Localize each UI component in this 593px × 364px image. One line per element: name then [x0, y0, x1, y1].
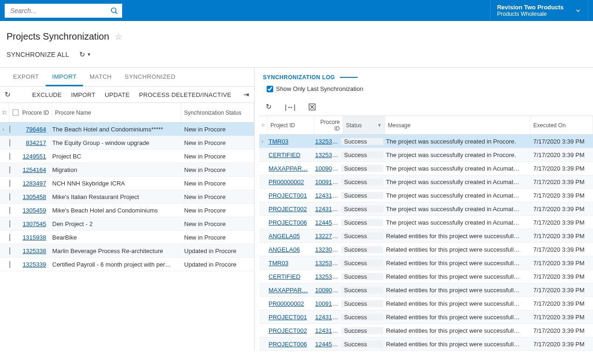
log-row[interactable]: PR000000021009119SuccessRelated entities…	[259, 297, 593, 310]
procore-id-link[interactable]: 1325338	[315, 260, 339, 267]
tab-import[interactable]: IMPORT	[46, 68, 83, 86]
show-only-last-checkbox[interactable]	[267, 86, 273, 92]
log-row[interactable]: CERTIFIED1325339SuccessRelated entities …	[259, 270, 593, 283]
log-row[interactable]: ANGELA051322754SuccessRelated entities f…	[259, 229, 593, 243]
search-button[interactable]	[109, 6, 119, 16]
col-procore-name[interactable]: Procore Name	[52, 103, 181, 122]
log-row[interactable]: ›TMR031325338SuccessThe project was succ…	[259, 135, 593, 148]
import-button[interactable]: IMPORT	[71, 91, 96, 98]
table-row[interactable]: 1307545Den Project - 2New in Procore	[0, 217, 254, 231]
procore-id-link[interactable]: 1009088	[315, 287, 339, 294]
procore-id-link[interactable]: 1249551	[22, 153, 46, 160]
favorite-button[interactable]: ☆	[115, 32, 122, 42]
col-project-id[interactable]: Project ID	[268, 116, 314, 134]
log-row[interactable]: MAXAPPAR…1009088SuccessRelated entities …	[259, 283, 593, 297]
procore-id-link[interactable]: 1325339	[22, 261, 46, 268]
fit-columns-button[interactable]: |↔|	[285, 103, 296, 111]
col-message[interactable]: Message	[385, 116, 531, 134]
process-deleted-button[interactable]: PROCESS DELETED/INACTIVE	[139, 91, 231, 98]
history-dropdown[interactable]: ↻ ▼	[79, 50, 91, 59]
procore-id-link[interactable]: 796464	[26, 126, 46, 133]
table-row[interactable]: 1325339Certified Payroll - 6 month proje…	[0, 258, 254, 271]
procore-id-link[interactable]: 1315938	[22, 234, 46, 241]
project-id-link[interactable]: MAXAPPAR…	[269, 165, 308, 172]
procore-id-link[interactable]: 834217	[26, 139, 46, 146]
table-row[interactable]: 834217The Equity Group - window upgradeN…	[0, 136, 254, 150]
row-checkbox[interactable]	[7, 139, 20, 146]
refresh-log-button[interactable]: ↻	[266, 103, 272, 111]
row-checkbox[interactable]	[7, 166, 20, 173]
row-checkbox[interactable]	[7, 261, 20, 268]
log-row[interactable]: TMR031325338SuccessRelated entities for …	[259, 256, 593, 270]
synchronize-all-button[interactable]: SYNCHRONIZE ALL	[7, 51, 69, 58]
log-row[interactable]: PR000000021009119SuccessThe project was …	[259, 175, 593, 189]
procore-id-link[interactable]: 1322754	[315, 233, 339, 240]
col-log-status[interactable]: Status▼	[343, 116, 385, 134]
table-row[interactable]: 1305459Mike's Beach Hotel and Condominiu…	[0, 204, 254, 217]
project-id-link[interactable]: ANGELA06	[269, 246, 300, 253]
tab-synchronized[interactable]: SYNCHRONIZED	[118, 68, 182, 86]
log-row[interactable]: ANGELA061323040SuccessRelated entities f…	[259, 243, 593, 256]
search-input[interactable]	[5, 4, 122, 18]
procore-id-link[interactable]: 1305458	[22, 193, 46, 200]
refresh-button[interactable]: ↻	[5, 90, 11, 99]
company-selector[interactable]: Revision Two Products Products Wholesale	[490, 0, 588, 21]
procore-id-link[interactable]: 1009088	[315, 165, 339, 172]
procore-id-link[interactable]: 1243174	[315, 314, 339, 321]
project-id-link[interactable]: PROJECT001	[269, 314, 307, 321]
project-id-link[interactable]: PR00000002	[269, 300, 304, 307]
row-checkbox[interactable]	[7, 126, 20, 133]
row-checkbox[interactable]	[7, 180, 20, 187]
project-id-link[interactable]: TMR03	[269, 138, 289, 145]
log-row[interactable]: PROJECT0021243176SuccessThe project was …	[259, 202, 593, 216]
update-button[interactable]: UPDATE	[105, 91, 130, 98]
row-checkbox[interactable]	[7, 193, 20, 200]
procore-id-link[interactable]: 1305459	[22, 207, 46, 214]
table-row[interactable]: 1283497NCH NNH Skybridge ICRANew in Proc…	[0, 177, 254, 190]
table-row[interactable]: 1325338Marlin Beverage Process Re-archit…	[0, 244, 254, 258]
procore-id-link[interactable]: 1325339	[315, 273, 339, 280]
project-id-link[interactable]: TMR03	[269, 260, 289, 267]
table-row[interactable]: ›796464The Beach Hotel and Condominiums*…	[0, 123, 254, 136]
row-checkbox[interactable]	[7, 247, 20, 254]
column-config-button[interactable]	[0, 103, 9, 122]
table-row[interactable]: 1254164MigrationNew in Procore	[0, 163, 254, 177]
row-checkbox[interactable]	[7, 207, 20, 214]
project-id-link[interactable]: PROJECT001	[269, 192, 307, 199]
procore-id-link[interactable]: 1283497	[22, 180, 46, 187]
row-checkbox[interactable]	[7, 220, 20, 227]
col-log-procore-id[interactable]: Procore ID	[314, 116, 343, 134]
procore-id-link[interactable]: 1254164	[22, 166, 46, 173]
log-row[interactable]: PROJECT0011243174SuccessRelated entities…	[259, 310, 593, 324]
exclude-button[interactable]: EXCLUDE	[32, 91, 62, 98]
log-row[interactable]: PROJECT0061244531SuccessThe project was …	[259, 216, 593, 229]
project-id-link[interactable]: PR00000002	[269, 179, 304, 185]
procore-id-link[interactable]: 1325338	[315, 138, 339, 145]
more-arrow-icon[interactable]: ⇥	[243, 90, 249, 99]
select-all-checkbox[interactable]	[9, 103, 22, 122]
col-executed-on[interactable]: Executed On	[531, 116, 593, 134]
log-row[interactable]: PROJECT0061244531SuccessRelated entities…	[259, 337, 593, 351]
col-sync-status[interactable]: Synchronization Status	[181, 103, 254, 122]
project-id-link[interactable]: PROJECT002	[269, 206, 307, 213]
tab-match[interactable]: MATCH	[83, 68, 118, 86]
project-id-link[interactable]: PROJECT006	[269, 341, 307, 348]
col-procore-id[interactable]: Procore ID	[22, 103, 52, 122]
row-checkbox[interactable]	[7, 153, 20, 160]
export-excel-button[interactable]	[309, 103, 316, 110]
expand-icon[interactable]: ›	[259, 139, 266, 144]
log-row[interactable]: PROJECT0021243176SuccessRelated entities…	[259, 324, 593, 337]
project-id-link[interactable]: PROJECT006	[269, 219, 307, 226]
project-id-link[interactable]: CERTIFIED	[269, 151, 300, 158]
table-row[interactable]: 1315938BearBikeNew in Procore	[0, 231, 254, 244]
procore-id-link[interactable]: 1243176	[315, 327, 339, 334]
row-checkbox[interactable]	[7, 234, 20, 241]
procore-id-link[interactable]: 1325338	[22, 247, 46, 254]
project-id-link[interactable]: ANGELA05	[269, 233, 300, 240]
expand-icon[interactable]: ›	[0, 127, 7, 132]
log-row[interactable]: MAXAPPAR…1009088SuccessThe project was s…	[259, 162, 593, 175]
log-row[interactable]: PROJECT0011243174SuccessThe project was …	[259, 189, 593, 202]
procore-id-link[interactable]: 1009119	[315, 179, 339, 185]
procore-id-link[interactable]: 1244531	[315, 341, 339, 348]
log-row[interactable]: CERTIFIED1325339SuccessThe project was s…	[259, 148, 593, 162]
